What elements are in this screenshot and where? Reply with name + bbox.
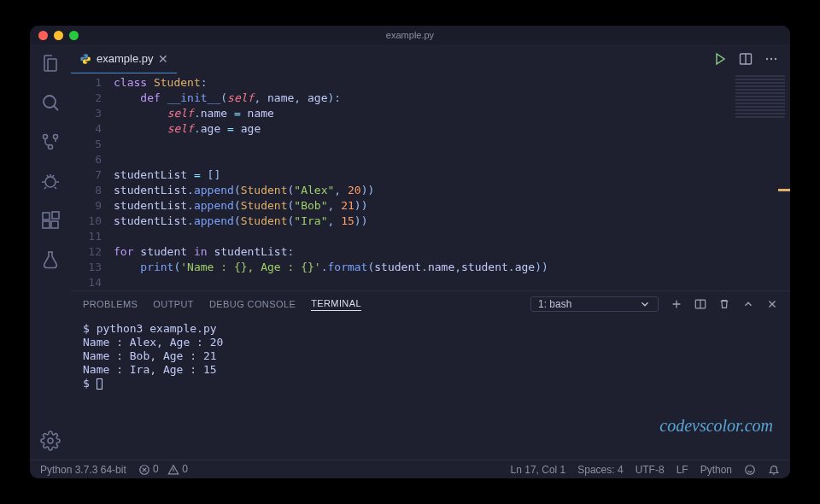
panel-tab-debug-console[interactable]: DEBUG CONSOLE (209, 299, 296, 309)
line-number: 11 (71, 229, 102, 244)
tab-example-py[interactable]: example.py ✕ (71, 44, 177, 73)
line-number: 7 (71, 167, 102, 183)
status-errors-count: 0 (153, 463, 159, 475)
error-icon (138, 464, 150, 476)
more-actions-icon[interactable] (764, 52, 778, 66)
svg-point-12 (770, 58, 772, 60)
code-line[interactable]: self.name = name (114, 106, 790, 121)
split-terminal-icon[interactable] (694, 298, 706, 310)
panel-actions: 1: bash (530, 296, 778, 312)
line-number: 8 (71, 183, 102, 198)
window-zoom-button[interactable] (69, 31, 79, 40)
editor-tabs: example.py ✕ (71, 44, 790, 73)
terminal-cursor (97, 378, 102, 390)
code-line[interactable] (114, 152, 790, 167)
svg-point-16 (746, 465, 755, 474)
status-problems[interactable]: 0 0 (138, 463, 188, 476)
status-encoding[interactable]: UTF-8 (636, 464, 665, 476)
maximize-panel-icon[interactable] (742, 298, 754, 310)
line-number: 13 (71, 260, 102, 275)
kill-terminal-icon[interactable] (718, 298, 730, 310)
terminal-selector-label: 1: bash (538, 298, 571, 310)
terminal-line: Name : Alex, Age : 20 (83, 336, 778, 349)
status-language[interactable]: Python (700, 464, 732, 476)
tab-close-icon[interactable]: ✕ (158, 52, 168, 66)
window-minimize-button[interactable] (54, 31, 63, 40)
line-number: 2 (71, 91, 102, 106)
new-terminal-icon[interactable] (671, 298, 682, 310)
activity-bar (30, 44, 71, 460)
svg-point-9 (48, 438, 53, 443)
terminal-output[interactable]: $ python3 example.pyName : Alex, Age : 2… (71, 317, 790, 460)
svg-point-2 (54, 135, 58, 139)
svg-rect-7 (51, 221, 58, 228)
status-warnings-count: 0 (182, 463, 188, 475)
svg-point-1 (44, 135, 48, 139)
close-panel-icon[interactable] (766, 298, 778, 310)
feedback-icon[interactable] (744, 464, 756, 476)
code-line[interactable]: class Student: (114, 75, 790, 91)
status-spaces[interactable]: Spaces: 4 (577, 464, 623, 476)
code-editor[interactable]: 1234567891011121314 class Student: def _… (71, 73, 790, 290)
debug-icon[interactable] (40, 171, 61, 191)
code-line[interactable]: studentList.append(Student("Ira", 15)) (114, 214, 790, 229)
line-number: 3 (71, 106, 102, 121)
code-line[interactable]: print('Name : {}, Age : {}'.format(stude… (114, 260, 790, 275)
code-line[interactable]: self.age = age (114, 121, 790, 137)
run-icon[interactable] (713, 52, 727, 66)
line-gutter: 1234567891011121314 (71, 75, 114, 290)
code-line[interactable] (114, 229, 790, 244)
window-close-button[interactable] (38, 31, 48, 40)
vscode-window: example.py (30, 26, 790, 478)
split-editor-icon[interactable] (739, 52, 753, 66)
line-number: 10 (71, 214, 102, 229)
extensions-icon[interactable] (40, 210, 61, 231)
line-number: 9 (71, 198, 102, 214)
svg-rect-6 (43, 221, 50, 228)
panel-tab-output[interactable]: OUTPUT (153, 299, 194, 309)
terminal-line: $ python3 example.py (83, 322, 778, 336)
status-lncol[interactable]: Ln 17, Col 1 (511, 464, 566, 476)
panel-tabs: PROBLEMS OUTPUT DEBUG CONSOLE TERMINAL 1… (71, 291, 790, 317)
notifications-icon[interactable] (768, 464, 780, 476)
svg-point-11 (766, 58, 768, 60)
svg-rect-5 (43, 213, 50, 220)
code-line[interactable]: studentList.append(Student("Alex", 20)) (114, 183, 790, 198)
terminal-selector[interactable]: 1: bash (530, 296, 659, 312)
code-line[interactable] (114, 275, 790, 290)
svg-point-0 (44, 96, 56, 108)
code-line[interactable]: studentList = [] (114, 167, 790, 183)
code-line[interactable] (114, 137, 790, 152)
terminal-line: $ (83, 377, 778, 390)
source-control-icon[interactable] (40, 132, 61, 152)
main-area: example.py ✕ 1234567891011121314 (71, 44, 790, 460)
line-number: 5 (71, 137, 102, 152)
overview-ruler-marker (778, 189, 790, 191)
line-number: 12 (71, 244, 102, 260)
watermark: codevscolor.com (659, 416, 773, 436)
search-icon[interactable] (40, 92, 61, 113)
panel-tab-problems[interactable]: PROBLEMS (83, 299, 138, 309)
chevron-down-icon (639, 298, 651, 310)
line-number: 4 (71, 121, 102, 137)
code-content[interactable]: class Student: def __init__(self, name, … (114, 75, 790, 290)
traffic-lights (38, 31, 79, 40)
svg-point-13 (775, 58, 776, 60)
explorer-icon[interactable] (40, 53, 61, 73)
titlebar: example.py (30, 26, 790, 44)
code-line[interactable]: for student in studentList: (114, 244, 790, 260)
code-line[interactable]: def __init__(self, name, age): (114, 91, 790, 106)
line-number: 1 (71, 75, 102, 91)
code-line[interactable]: studentList.append(Student("Bob", 21)) (114, 198, 790, 214)
status-interpreter[interactable]: Python 3.7.3 64-bit (40, 464, 126, 476)
svg-rect-8 (52, 212, 59, 219)
panel-tab-terminal[interactable]: TERMINAL (311, 298, 361, 311)
status-eol[interactable]: LF (676, 464, 688, 476)
status-bar: Python 3.7.3 64-bit 0 0 Ln 17, Col 1 Spa… (30, 460, 790, 478)
testing-icon[interactable] (40, 249, 61, 270)
terminal-line: Name : Ira, Age : 15 (83, 363, 778, 377)
tab-filename: example.py (97, 52, 153, 65)
window-title: example.py (386, 30, 434, 40)
terminal-line: Name : Bob, Age : 21 (83, 349, 778, 363)
settings-gear-icon[interactable] (40, 431, 61, 451)
